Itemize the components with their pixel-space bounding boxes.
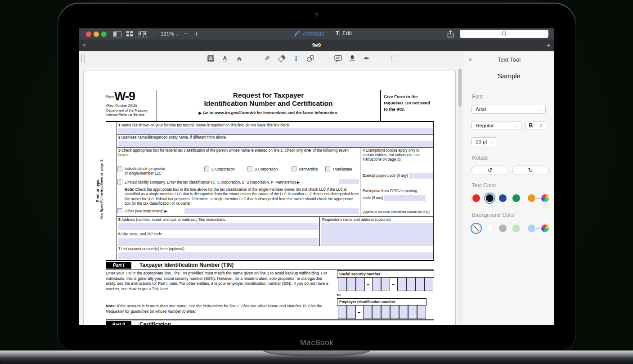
line6-field[interactable] bbox=[118, 238, 319, 245]
close-window-button[interactable] bbox=[86, 31, 91, 37]
bg-color-light-blue[interactable] bbox=[528, 225, 535, 232]
checkbox-s-corp-label: S Corporation bbox=[255, 167, 278, 171]
note-tool-icon[interactable] bbox=[334, 54, 342, 63]
bg-color-light-green[interactable] bbox=[512, 225, 520, 232]
bold-button[interactable]: B bbox=[526, 121, 536, 130]
rotate-ccw-icon: ↺ bbox=[488, 167, 493, 174]
checkbox-individual[interactable] bbox=[117, 166, 122, 171]
ssn-digit-box[interactable] bbox=[347, 277, 356, 291]
share-icon[interactable] bbox=[447, 30, 454, 40]
ein-digit-box[interactable] bbox=[347, 305, 356, 319]
line5-label: 5Address (number, street, and apt. or su… bbox=[118, 218, 226, 222]
other-field[interactable] bbox=[184, 208, 359, 214]
text-color-black-selected[interactable] bbox=[486, 194, 494, 202]
ssn-digit-box[interactable] bbox=[406, 277, 415, 291]
line3-note: Note: Check the appropriate box in the l… bbox=[125, 187, 359, 206]
search-input[interactable] bbox=[460, 30, 548, 38]
bg-color-none-selected[interactable] bbox=[472, 225, 480, 232]
text-color-green[interactable] bbox=[512, 194, 520, 202]
toolbar-drag-handle[interactable] bbox=[81, 54, 85, 63]
ein-digit-box[interactable] bbox=[417, 305, 426, 319]
checkbox-s-corp[interactable] bbox=[247, 166, 252, 171]
requester-field[interactable] bbox=[321, 223, 433, 245]
zoom-out-button[interactable]: − bbox=[184, 30, 188, 37]
minimize-window-button[interactable] bbox=[94, 31, 99, 37]
ein-digit-box[interactable] bbox=[338, 305, 347, 319]
vertical-scrollbar[interactable] bbox=[458, 67, 462, 324]
sidebar-view-icon[interactable] bbox=[113, 31, 121, 37]
checkbox-partnership[interactable] bbox=[292, 166, 296, 171]
font-family-select[interactable]: Arial⌄ bbox=[471, 105, 546, 114]
rotate-section-label: Rotate bbox=[472, 155, 488, 161]
text-color-red[interactable] bbox=[472, 194, 480, 202]
chevron-down-icon: ⌄ bbox=[539, 107, 543, 112]
part2-title: Certification bbox=[139, 321, 171, 325]
highlight-tool-icon[interactable]: A bbox=[207, 54, 215, 63]
zoom-window-button[interactable] bbox=[101, 31, 107, 37]
pen-tool-icon[interactable]: ✎ bbox=[263, 54, 271, 63]
bg-color-custom-wheel[interactable] bbox=[541, 225, 549, 232]
ein-label: Employer identification number bbox=[337, 298, 426, 306]
ein-digit-box[interactable] bbox=[372, 305, 381, 319]
ein-digit-box[interactable] bbox=[381, 305, 390, 319]
italic-button[interactable]: I bbox=[536, 121, 546, 130]
fatca-label-1: Exemption from FATCA reporting bbox=[363, 189, 430, 193]
checkbox-partnership-label: Partnership bbox=[299, 167, 318, 171]
new-tab-button[interactable]: + bbox=[543, 40, 554, 51]
line2-field[interactable] bbox=[118, 141, 433, 147]
ein-digit-box[interactable] bbox=[408, 305, 417, 319]
tab-edit[interactable]: T Edit bbox=[336, 30, 352, 36]
zoom-in-button[interactable]: + bbox=[194, 30, 198, 37]
thumbnails-view-icon[interactable] bbox=[126, 31, 133, 37]
exempt-payee-field[interactable] bbox=[409, 173, 433, 179]
part1-badge: Part I bbox=[106, 262, 131, 269]
select-tool-icon[interactable] bbox=[391, 54, 399, 63]
form-goto: ▶ Go to www.irs.gov/FormW9 for instructi… bbox=[157, 111, 380, 116]
ssn-digit-box[interactable] bbox=[424, 277, 433, 291]
ssn-digit-box[interactable] bbox=[415, 277, 424, 291]
two-page-view-icon[interactable] bbox=[139, 31, 147, 37]
tab-annotate[interactable]: Annotate bbox=[293, 30, 324, 37]
text-color-blue[interactable] bbox=[499, 194, 507, 202]
document-viewport[interactable]: Form W-9 (Rev. October 2018) Department … bbox=[79, 66, 464, 325]
signature-tool-icon[interactable]: ✒ bbox=[363, 54, 371, 63]
ein-digit-box[interactable] bbox=[363, 305, 372, 319]
ssn-digit-box[interactable] bbox=[338, 277, 347, 291]
bg-color-gray[interactable] bbox=[499, 225, 507, 232]
part1-title: Taxpayer Identification Number (TIN) bbox=[139, 262, 233, 268]
line5-field[interactable] bbox=[118, 223, 319, 230]
text-color-orange[interactable] bbox=[528, 194, 535, 202]
eraser-tool-icon[interactable] bbox=[278, 54, 286, 63]
ssn-digit-box[interactable] bbox=[356, 277, 365, 291]
checkbox-c-corp[interactable] bbox=[204, 166, 209, 171]
part2-badge: Part II bbox=[106, 321, 131, 325]
ssn-digit-box[interactable] bbox=[372, 277, 381, 291]
checkbox-llc[interactable] bbox=[117, 180, 122, 184]
checkbox-trust[interactable] bbox=[325, 166, 330, 171]
font-style-select[interactable]: Regular⌄ bbox=[471, 121, 521, 130]
stamp-tool-icon[interactable] bbox=[348, 54, 356, 63]
scrollbar-thumb[interactable] bbox=[458, 69, 462, 107]
ein-digit-box[interactable] bbox=[390, 305, 399, 319]
llc-classification-field[interactable] bbox=[339, 179, 359, 184]
bg-color-white[interactable] bbox=[486, 225, 494, 232]
text-color-custom-wheel[interactable] bbox=[541, 194, 549, 202]
ssn-digit-box[interactable] bbox=[381, 277, 390, 291]
ssn-dash: – bbox=[392, 282, 395, 287]
line1-field[interactable] bbox=[118, 128, 433, 134]
rotate-cw-button[interactable]: ↻ bbox=[512, 166, 549, 175]
font-size-select[interactable]: 10 pt⌄ bbox=[471, 137, 497, 146]
ein-digit-box[interactable] bbox=[399, 305, 408, 319]
zoom-level-dropdown[interactable]: 121% ⌄ bbox=[161, 31, 179, 36]
rotate-ccw-button[interactable]: ↺ bbox=[471, 166, 508, 175]
underline-tool-icon[interactable]: A bbox=[221, 54, 229, 63]
swatch-connector bbox=[536, 198, 540, 199]
shapes-tool-icon[interactable] bbox=[306, 54, 314, 63]
checkbox-other[interactable] bbox=[117, 208, 122, 213]
text-tool-icon[interactable]: T bbox=[292, 54, 300, 63]
ssn-digit-box[interactable] bbox=[397, 277, 406, 291]
strikethrough-tool-icon[interactable]: A bbox=[235, 54, 243, 63]
tab-title[interactable]: fw9 bbox=[79, 42, 554, 48]
fatca-field[interactable] bbox=[384, 195, 426, 201]
line7-field[interactable] bbox=[118, 252, 433, 259]
